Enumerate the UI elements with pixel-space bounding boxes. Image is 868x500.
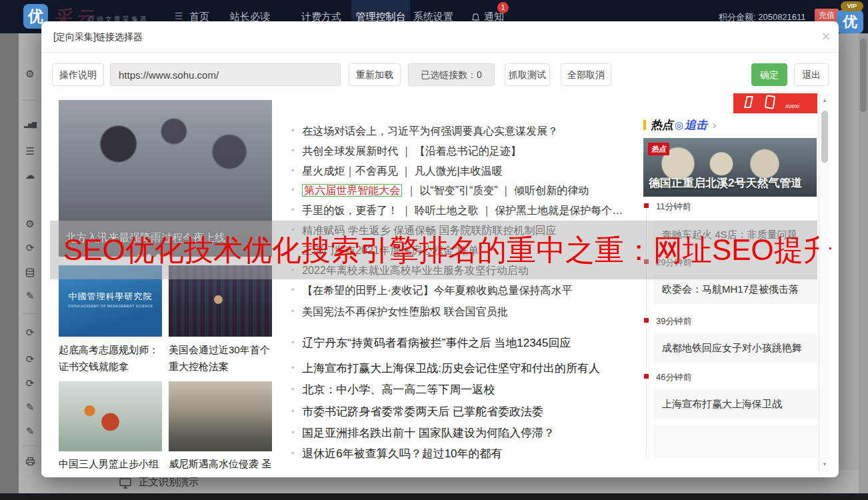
headline-link[interactable]: •星火成炬｜不舍再见 ｜ 凡人微光|丰收温暖 <box>291 165 503 179</box>
headline-link[interactable]: •上海宣布打赢大上海保卫战:历史会记住坚守和付出的所有人 <box>291 361 600 376</box>
hot-item-title[interactable]: 成都地铁回应女子对小孩跳艳舞 <box>653 333 817 363</box>
headline-text: 辽宁丹东“持黄码者看病被拦”事件之后 当地12345回应 <box>302 337 571 349</box>
ad-decoration <box>744 96 753 108</box>
confirm-button[interactable]: 确定 <box>751 63 787 86</box>
avatar[interactable]: 优 <box>837 10 863 33</box>
headline-text: ｜ 以“智变”引“质变” ｜ 倾听创新的律动 <box>406 185 589 196</box>
headline-text: 星火成炬｜不舍再见 ｜ 凡人微光|丰收温暖 <box>302 165 502 177</box>
app-screen: ⚙ ▂▅▇ ☰ ☁ ⚙ ⟳ ✎ ⟳ ⟳ ⟳ ✎ ✎ ➤ 正文识别演示 优 采云 <box>0 0 868 500</box>
reload-button[interactable]: 重新加载 <box>349 63 401 86</box>
headline-text: 市委书记跻身省委常委两天后 已掌舵省委政法委 <box>302 405 543 418</box>
news-photo-basketball[interactable] <box>59 381 162 451</box>
photo-caption[interactable]: 起底高考志愿规划师：证书交钱就能拿 <box>59 341 163 375</box>
bullet-icon: • <box>291 166 294 175</box>
red-square-bullet <box>644 203 649 208</box>
photo-caption[interactable]: 美国会通过近30年首个重大控枪法案 <box>169 341 273 375</box>
ad-decoration <box>765 95 776 109</box>
bullet-icon: • <box>291 428 294 437</box>
headline-text: 上海宣布打赢大上海保卫战:历史会记住坚守和付出的所有人 <box>302 362 600 375</box>
bullet-icon: • <box>291 146 294 155</box>
headline-text: 手里的饭，更香了！ ｜ 聆听土地之歌 ｜ 保护黑土地就是保护每个… <box>302 205 623 216</box>
scroll-up-icon[interactable]: ▲ <box>819 97 830 103</box>
content-scrollbar[interactable]: ▲ ▼ <box>819 93 829 473</box>
headline-text: 美国宪法不再保护女性堕胎权 联合国官员批 <box>302 306 507 317</box>
headline-link[interactable]: •在这场对话会上，习近平为何强调要真心实意谋发展？ <box>291 125 558 139</box>
cancel-all-button[interactable]: 全部取消 <box>561 63 611 86</box>
url-input[interactable] <box>110 63 341 86</box>
chevron-right-icon: › <box>713 119 716 131</box>
scroll-down-icon[interactable]: ▼ <box>819 461 830 467</box>
title-divider <box>41 52 839 53</box>
vip-badge: VIP <box>841 1 863 11</box>
photo-caption[interactable]: 中国三人男篮止步小组赛 <box>59 455 163 473</box>
ad-text: xuexi <box>785 103 799 109</box>
bullet-icon: • <box>291 449 294 458</box>
headline-text: 国足亚洲排名跌出前十 国家队建设为何陷入停滞？ <box>302 427 555 439</box>
yellow-bar-icon <box>643 120 646 130</box>
hot-item-time[interactable]: 39分钟前 <box>656 315 691 327</box>
headline-text: 北京：中小学、高一高二等下周一返校 <box>302 383 495 396</box>
embedded-webpage: xuexi 北方入汛来最强降雨过程今夜上线 中國管理科學研究院 CHINA AC… <box>41 93 839 473</box>
hot-title-blue: 追击 <box>685 119 707 131</box>
headline-link-selected[interactable]: •第六届世界智能大会｜ 以“智变”引“质变” ｜ 倾听创新的律动 <box>291 184 589 198</box>
headline-link[interactable]: •共创全球发展新时代 ｜ 【沿着总书记的足迹】 <box>291 145 521 159</box>
dialog-title: [定向采集]链接选择器 <box>53 31 143 43</box>
hot-item-time[interactable]: 46分钟前 <box>656 371 691 383</box>
selected-link-highlight[interactable]: 第六届世界智能大会 <box>302 184 402 197</box>
fetch-test-button[interactable]: 抓取测试 <box>505 63 550 86</box>
headline-link[interactable]: •退休近6年被查算久吗？超过10年的都有 <box>291 446 503 461</box>
news-photo-venice[interactable] <box>169 381 272 451</box>
red-square-bullet <box>644 374 649 379</box>
content-scrollbar-thumb[interactable] <box>821 111 828 163</box>
bullet-icon: • <box>291 205 294 215</box>
hot-badge: 热点 <box>648 143 669 155</box>
headline-text: 在这场对话会上，习近平为何强调要真心实意谋发展？ <box>302 125 558 137</box>
red-square-bullet <box>644 318 649 323</box>
headline-link[interactable]: •手里的饭，更香了！ ｜ 聆听土地之歌 ｜ 保护黑土地就是保护每个… <box>291 204 623 218</box>
bullet-icon: • <box>291 407 294 416</box>
hot-title-black: 热点 <box>651 119 673 131</box>
close-icon[interactable]: × <box>817 28 835 45</box>
bullet-icon: • <box>291 363 294 373</box>
headline-link[interactable]: •美国宪法不再保护女性堕胎权 联合国官员批 <box>291 305 508 319</box>
hot-pursuit-header[interactable]: 热点◎追击› <box>643 117 716 131</box>
hot-news-image[interactable]: 热点 德国正重启北溪2号天然气管道 <box>643 138 817 197</box>
hot-image-caption[interactable]: 德国正重启北溪2号天然气管道 <box>649 175 802 191</box>
bullet-icon: • <box>291 307 294 316</box>
exit-button[interactable]: 退出 <box>794 63 829 86</box>
headline-link[interactable]: •北京：中小学、高一高二等下周一返校 <box>291 382 495 397</box>
bullet-icon: • <box>291 285 294 295</box>
seo-overlay-text: SEO优化技术优化搜索引擎排名的重中之重：网址SEO提升 <box>63 235 833 265</box>
selected-count-box: 已选链接数：0 <box>408 63 495 86</box>
recharge-button[interactable]: 充值 <box>815 9 839 23</box>
hot-item-placeholder <box>653 425 817 458</box>
target-icon: ◎ <box>675 119 683 131</box>
headline-text: 退休近6年被查算久吗？超过10年的都有 <box>302 447 502 460</box>
link-selector-dialog: [定向采集]链接选择器 × 操作说明 重新加载 已选链接数：0 抓取测试 全部取… <box>41 21 839 477</box>
headline-link[interactable]: •市委书记跻身省委常委两天后 已掌舵省委政法委 <box>291 404 543 419</box>
hot-item-time[interactable]: 11分钟前 <box>656 201 691 213</box>
headline-link[interactable]: •【在希望的田野上·麦收记】今年夏粮收购总量保持高水平 <box>291 284 573 298</box>
academy-sign-subtext: CHINA ACADEMY OF MANAGEMENT SCIENCE <box>59 304 162 308</box>
bullet-icon: • <box>291 126 294 135</box>
headline-text: 共创全球发展新时代 ｜ 【沿着总书记的足迹】 <box>302 145 521 157</box>
academy-sign-text: 中國管理科學研究院 <box>59 291 162 303</box>
bullet-icon: • <box>291 185 294 195</box>
bullet-icon: • <box>291 338 294 347</box>
headline-link[interactable]: •国足亚洲排名跌出前十 国家队建设为何陷入停滞？ <box>291 425 555 441</box>
headline-link[interactable]: •辽宁丹东“持黄码者看病被拦”事件之后 当地12345回应 <box>291 335 571 351</box>
notification-badge: 1 <box>497 2 509 13</box>
hot-item-title[interactable]: 上海宣布打赢大上海保卫战 <box>653 389 817 419</box>
ad-banner[interactable]: xuexi <box>733 93 817 113</box>
headline-text: 【在希望的田野上·麦收记】今年夏粮收购总量保持高水平 <box>302 285 572 296</box>
bullet-icon: • <box>291 385 294 394</box>
photo-caption[interactable]: 威尼斯遇高水位侵袭 圣 <box>169 455 273 472</box>
help-button[interactable]: 操作说明 <box>52 63 104 86</box>
